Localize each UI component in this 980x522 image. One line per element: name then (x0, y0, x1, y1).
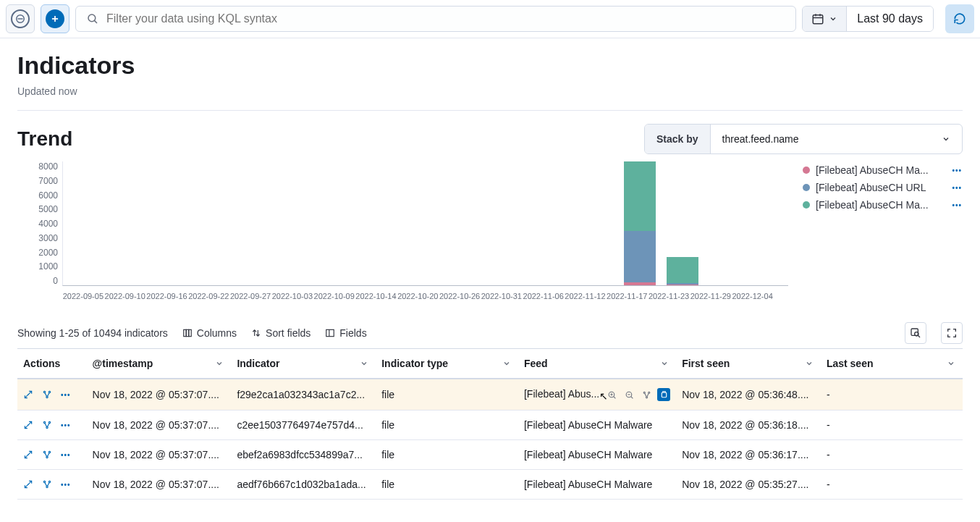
plus-icon (46, 9, 64, 28)
svg-point-20 (43, 391, 45, 392)
chevron-down-icon (360, 359, 368, 368)
legend-swatch (803, 201, 810, 209)
chevron-down-icon (502, 359, 511, 368)
chart-bar[interactable] (624, 161, 656, 285)
columns-icon (182, 328, 193, 338)
filter-toggle-button[interactable] (6, 4, 35, 33)
legend-swatch (803, 167, 810, 174)
investigate-icon[interactable] (42, 479, 52, 489)
cell-last-seen: - (821, 470, 963, 500)
svg-rect-12 (189, 329, 192, 336)
cell-type: file (376, 411, 518, 440)
calendar-icon (811, 12, 824, 25)
chart-legend: [Filebeat] AbuseCH Ma...•••[Filebeat] Ab… (803, 161, 962, 306)
svg-line-50 (45, 453, 46, 457)
table-row[interactable]: ••• Nov 18, 2022 @ 05:37:07.... aedf76b6… (17, 470, 963, 500)
inspect-button[interactable] (905, 322, 926, 344)
sort-fields-button[interactable]: Sort fields (251, 327, 311, 339)
cell-first-seen: Nov 18, 2022 @ 05:36:17.... (676, 440, 821, 470)
trend-chart: 800070006000500040003000200010000 2022-0… (17, 161, 788, 306)
svg-point-48 (48, 452, 50, 453)
svg-line-35 (644, 393, 646, 396)
svg-line-5 (94, 20, 97, 23)
row-count: Showing 1-25 of 10494 indicators (17, 327, 168, 339)
filter-out-icon[interactable] (622, 388, 635, 401)
legend-item[interactable]: [Filebeat] AbuseCH Ma...••• (803, 199, 962, 211)
svg-line-31 (630, 396, 633, 398)
filter-icon (11, 9, 30, 28)
fullscreen-button[interactable] (941, 322, 963, 344)
col-timestamp[interactable]: @timestamp (87, 349, 232, 379)
svg-point-40 (43, 422, 45, 424)
chevron-down-icon (942, 135, 950, 143)
refresh-icon (953, 12, 966, 25)
investigate-icon[interactable] (640, 388, 653, 401)
svg-point-33 (648, 392, 649, 393)
more-icon[interactable]: ••• (61, 481, 71, 489)
svg-rect-37 (662, 392, 666, 397)
investigate-icon[interactable] (42, 420, 52, 430)
svg-point-4 (88, 14, 96, 22)
add-filter-button[interactable] (41, 4, 69, 33)
more-icon[interactable]: ••• (952, 167, 962, 174)
svg-line-17 (918, 335, 920, 337)
date-picker[interactable]: Last 90 days (802, 6, 934, 32)
columns-button[interactable]: Columns (182, 327, 237, 339)
cell-indicator: c2ee15037764974e757d4... (231, 411, 376, 440)
svg-line-43 (45, 424, 46, 427)
date-picker-toggle[interactable] (803, 7, 847, 31)
col-indicator[interactable]: Indicator (231, 349, 376, 379)
col-last-seen[interactable]: Last seen (821, 349, 963, 379)
table-row[interactable]: ••• Nov 18, 2022 @ 05:37:07.... c2ee1503… (17, 411, 963, 440)
filter-for-icon[interactable] (605, 388, 618, 401)
cell-type: file (376, 440, 518, 470)
date-range-label[interactable]: Last 90 days (847, 7, 933, 31)
expand-icon[interactable] (23, 479, 33, 489)
col-actions[interactable]: Actions (17, 349, 87, 379)
svg-point-56 (46, 487, 48, 488)
legend-item[interactable]: [Filebeat] AbuseCH URL••• (803, 182, 962, 193)
cell-last-seen: - (821, 379, 963, 411)
cell-feed: [Filebeat] AbuseCH Malware (518, 470, 676, 500)
more-icon[interactable]: ••• (952, 184, 962, 192)
table-row[interactable]: ••• Nov 18, 2022 @ 05:37:07.... ebef2a69… (17, 440, 963, 470)
refresh-button[interactable] (945, 4, 974, 33)
more-icon[interactable]: ••• (61, 451, 71, 459)
legend-swatch (803, 184, 810, 191)
col-indicator-type[interactable]: Indicator type (376, 349, 518, 379)
cell-feed: [Filebeat] Abus... ↖ (518, 379, 676, 411)
more-icon[interactable]: ••• (952, 201, 962, 209)
svg-point-54 (43, 481, 45, 483)
investigate-icon[interactable] (42, 450, 52, 460)
svg-line-39 (25, 425, 28, 429)
cell-type: file (376, 379, 518, 411)
chevron-down-icon (660, 359, 669, 368)
search-bar[interactable] (75, 6, 796, 32)
more-icon[interactable]: ••• (61, 391, 71, 399)
fields-button[interactable]: Fields (325, 327, 366, 339)
svg-line-58 (48, 483, 49, 487)
svg-line-23 (45, 393, 46, 397)
cell-timestamp: Nov 18, 2022 @ 05:37:07.... (87, 470, 232, 500)
expand-icon[interactable] (23, 390, 33, 400)
indicators-table: Actions @timestamp Indicator Indicator t… (17, 348, 963, 500)
expand-icon[interactable] (23, 450, 33, 460)
col-first-seen[interactable]: First seen (676, 349, 821, 379)
cell-first-seen: Nov 18, 2022 @ 05:35:27.... (676, 470, 821, 500)
more-icon[interactable]: ••• (61, 421, 71, 429)
search-input[interactable] (106, 12, 785, 25)
expand-icon[interactable] (23, 420, 33, 430)
table-row[interactable]: ••• Nov 18, 2022 @ 05:37:07.... f29e2ca1… (17, 379, 963, 411)
svg-point-55 (48, 481, 50, 483)
cell-first-seen: Nov 18, 2022 @ 05:36:18.... (676, 411, 821, 440)
svg-line-46 (25, 455, 28, 458)
col-feed[interactable]: Feed (518, 349, 676, 379)
chart-bar[interactable] (667, 257, 698, 285)
investigate-icon[interactable] (42, 390, 52, 400)
add-to-case-icon[interactable] (657, 388, 670, 401)
stack-by-select[interactable]: threat.feed.name (711, 125, 962, 153)
legend-item[interactable]: [Filebeat] AbuseCH Ma...••• (803, 164, 962, 176)
cell-indicator: f29e2ca1a032343ac1a7c2... (231, 379, 376, 411)
svg-rect-13 (326, 329, 334, 336)
svg-point-34 (646, 396, 647, 397)
